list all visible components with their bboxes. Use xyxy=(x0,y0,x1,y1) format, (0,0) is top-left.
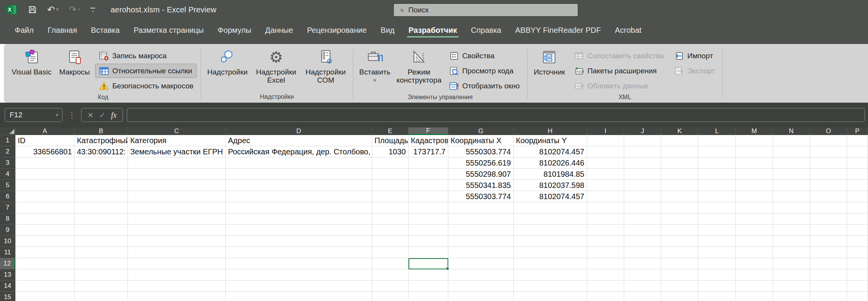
cell-F12[interactable] xyxy=(408,258,448,269)
cell-H8[interactable] xyxy=(514,213,587,225)
row-header-11[interactable]: 11 xyxy=(0,247,15,258)
cell-B7[interactable] xyxy=(75,202,128,213)
cell-O6[interactable] xyxy=(810,191,847,202)
row-header-1[interactable]: 1 xyxy=(0,135,15,146)
tab-разработчик[interactable]: Разработчик xyxy=(402,23,464,39)
cell-I5[interactable] xyxy=(587,180,624,191)
cell-O12[interactable] xyxy=(810,258,847,269)
cell-L4[interactable] xyxy=(698,169,736,180)
cell-K8[interactable] xyxy=(661,213,698,225)
enter-icon[interactable]: ✓ xyxy=(99,111,106,120)
insert-controls-button[interactable]: Вставить ˅ xyxy=(357,48,393,84)
cell-G11[interactable] xyxy=(448,247,514,258)
cell-D12[interactable] xyxy=(226,258,372,269)
cell-A11[interactable] xyxy=(15,247,75,258)
cell-J3[interactable] xyxy=(624,157,661,169)
cell-G12[interactable] xyxy=(448,258,514,269)
visual-basic-button[interactable]: Visual Basic xyxy=(9,48,54,77)
cell-O13[interactable] xyxy=(810,269,847,281)
cell-K14[interactable] xyxy=(661,281,698,292)
column-header-K[interactable]: K xyxy=(661,127,698,135)
cell-C15[interactable] xyxy=(128,292,226,301)
cell-F5[interactable] xyxy=(408,180,448,191)
cell-K4[interactable] xyxy=(661,169,698,180)
cell-G4[interactable]: 5550298.907 xyxy=(448,169,514,180)
cell-F13[interactable] xyxy=(408,269,448,281)
cell-G10[interactable] xyxy=(448,236,514,247)
cell-P3[interactable] xyxy=(847,157,868,169)
name-box[interactable]: F12 ˅ xyxy=(5,108,63,122)
cell-F14[interactable] xyxy=(408,281,448,292)
cell-B2[interactable]: 43:30:090112: xyxy=(75,146,128,157)
cell-D7[interactable] xyxy=(226,202,372,213)
formula-input[interactable] xyxy=(127,108,865,122)
row-header-12[interactable]: 12 xyxy=(0,258,15,269)
cell-A8[interactable] xyxy=(15,213,75,225)
row-header-15[interactable]: 15 xyxy=(0,292,15,301)
customize-quick-access-button[interactable]: ⌄ xyxy=(90,8,95,12)
column-header-J[interactable]: J xyxy=(624,127,661,135)
cell-J11[interactable] xyxy=(624,247,661,258)
tab-данные[interactable]: Данные xyxy=(258,23,300,39)
undo-button[interactable]: ↶˅ xyxy=(47,5,59,14)
cell-G1[interactable]: Координаты X xyxy=(448,135,514,146)
cell-P5[interactable] xyxy=(847,180,868,191)
cell-F10[interactable] xyxy=(408,236,448,247)
tab-вид[interactable]: Вид xyxy=(374,23,402,39)
row-header-10[interactable]: 10 xyxy=(0,236,15,247)
cell-A4[interactable] xyxy=(15,169,75,180)
row-header-2[interactable]: 2 xyxy=(0,146,15,157)
cell-G5[interactable]: 5550341.835 xyxy=(448,180,514,191)
cell-O2[interactable] xyxy=(810,146,847,157)
redo-button[interactable]: ↷˅ xyxy=(69,5,80,14)
column-header-N[interactable]: N xyxy=(773,127,810,135)
cell-G8[interactable] xyxy=(448,213,514,225)
cell-N6[interactable] xyxy=(773,191,810,202)
relative-references-button[interactable]: Относительные ссылки xyxy=(95,64,197,78)
cell-P2[interactable] xyxy=(847,146,868,157)
cell-K6[interactable] xyxy=(661,191,698,202)
cell-P15[interactable] xyxy=(847,292,868,301)
cell-I4[interactable] xyxy=(587,169,624,180)
cell-I15[interactable] xyxy=(587,292,624,301)
cell-K7[interactable] xyxy=(661,202,698,213)
cell-L8[interactable] xyxy=(698,213,736,225)
tab-файл[interactable]: Файл xyxy=(8,23,41,39)
cell-A1[interactable]: ID xyxy=(15,135,75,146)
cell-H7[interactable] xyxy=(514,202,587,213)
cell-I7[interactable] xyxy=(587,202,624,213)
cell-I11[interactable] xyxy=(587,247,624,258)
column-header-I[interactable]: I xyxy=(587,127,624,135)
cell-B9[interactable] xyxy=(75,225,128,236)
cell-N9[interactable] xyxy=(773,225,810,236)
cell-P7[interactable] xyxy=(847,202,868,213)
cell-N3[interactable] xyxy=(773,157,810,169)
column-header-O[interactable]: O xyxy=(810,127,847,135)
cell-H2[interactable]: 8102074.457 xyxy=(514,146,587,157)
cell-D8[interactable] xyxy=(226,213,372,225)
cell-E3[interactable] xyxy=(372,157,408,169)
cell-E12[interactable] xyxy=(372,258,408,269)
cell-A14[interactable] xyxy=(15,281,75,292)
cell-P8[interactable] xyxy=(847,213,868,225)
cell-K1[interactable] xyxy=(661,135,698,146)
cell-P9[interactable] xyxy=(847,225,868,236)
cell-K13[interactable] xyxy=(661,269,698,281)
cell-O4[interactable] xyxy=(810,169,847,180)
cell-B3[interactable] xyxy=(75,157,128,169)
cell-O7[interactable] xyxy=(810,202,847,213)
cell-J12[interactable] xyxy=(624,258,661,269)
cell-D10[interactable] xyxy=(226,236,372,247)
cell-P6[interactable] xyxy=(847,191,868,202)
cell-N4[interactable] xyxy=(773,169,810,180)
cell-J10[interactable] xyxy=(624,236,661,247)
cell-H14[interactable] xyxy=(514,281,587,292)
cell-K15[interactable] xyxy=(661,292,698,301)
cell-L12[interactable] xyxy=(698,258,736,269)
tab-главная[interactable]: Главная xyxy=(41,23,84,39)
cell-E1[interactable]: Площадь xyxy=(372,135,408,146)
row-header-9[interactable]: 9 xyxy=(0,225,15,236)
cell-L3[interactable] xyxy=(698,157,736,169)
cell-C4[interactable] xyxy=(128,169,226,180)
cell-H10[interactable] xyxy=(514,236,587,247)
